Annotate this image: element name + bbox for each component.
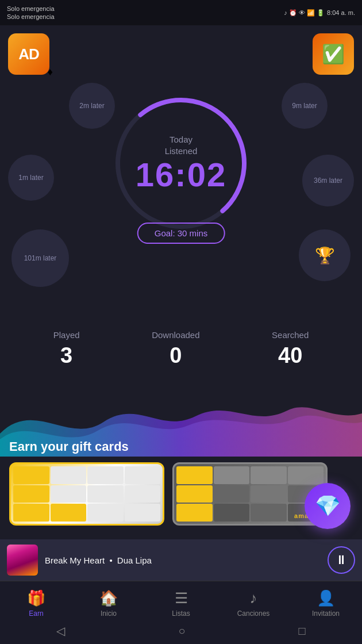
gift-card-1[interactable] <box>9 462 164 526</box>
gift-card-2[interactable]: amazon <box>172 462 328 526</box>
system-nav: ◁ ○ □ <box>0 620 362 644</box>
calendar-emoji: ✅ <box>322 43 345 65</box>
nav-invitation[interactable]: 👤 Invitation <box>290 587 362 618</box>
main-content: AD ♦ ✅ 2m later 9m later 1m later 36m la… <box>0 25 362 644</box>
nav-inicio[interactable]: 🏠 Inicio <box>72 587 145 618</box>
status-time: 8:04 a. m. <box>327 9 355 16</box>
trophy-icon: 🏆 <box>315 246 335 265</box>
invitation-icon: 👤 <box>317 589 335 607</box>
pause-button[interactable]: ⏸ <box>328 546 355 574</box>
ad-text: AD <box>18 45 39 63</box>
gift-cards-row: amazon <box>9 462 353 526</box>
status-icons-text: ♪ ⏰ 👁 📶 🔋 <box>284 9 325 17</box>
carrier-line2: Solo emergencia <box>7 13 55 21</box>
song-title: Break My Heart • Dua Lipa <box>45 555 321 565</box>
invitation-label: Invitation <box>312 610 340 618</box>
today-label: Today <box>136 134 226 145</box>
bottom-nav: 🎁 Earn 🏠 Inicio ☰ Listas ♪ Canciones 👤 I… <box>0 581 362 620</box>
nav-canciones[interactable]: ♪ Canciones <box>217 587 290 618</box>
downloaded-value: 0 <box>170 343 182 368</box>
carrier-line1: Solo emergencia <box>7 5 55 13</box>
canciones-label: Canciones <box>237 610 270 618</box>
earn-label: Earn <box>29 610 43 618</box>
diamond-icon: ♦ <box>48 66 53 78</box>
bubble-1m[interactable]: 1m later <box>8 155 54 201</box>
stat-searched: Searched 40 <box>272 330 309 368</box>
searched-value: 40 <box>278 343 302 368</box>
canciones-icon: ♪ <box>250 589 257 607</box>
inicio-icon: 🏠 <box>99 589 118 607</box>
nav-earn[interactable]: 🎁 Earn <box>0 587 72 618</box>
status-icons: ♪ ⏰ 👁 📶 🔋 8:04 a. m. <box>284 9 355 17</box>
earn-icon: 🎁 <box>27 589 45 607</box>
timer-circle: Today Listened 16:02 Goal: 30 mins <box>106 89 256 238</box>
played-label: Played <box>53 330 80 340</box>
bubble-36m[interactable]: 36m later <box>302 155 354 206</box>
earn-title: Earn your gift cards <box>9 439 353 454</box>
album-art <box>7 545 38 576</box>
played-value: 3 <box>60 343 72 368</box>
timer-section: Today Listened 16:02 Goal: 30 mins <box>101 83 261 244</box>
home-button[interactable]: ○ <box>178 624 185 638</box>
timer-display: Today Listened 16:02 <box>136 134 226 193</box>
song-info: Break My Heart • Dua Lipa <box>45 555 321 565</box>
downloaded-label: Downloaded <box>152 330 199 340</box>
album-art-image <box>7 545 38 576</box>
back-button[interactable]: ◁ <box>56 624 65 638</box>
stats-section: Played 3 Downloaded 0 Searched 40 <box>0 319 362 379</box>
recents-button[interactable]: □ <box>298 624 305 638</box>
pause-icon: ⏸ <box>335 553 348 568</box>
searched-label: Searched <box>272 330 309 340</box>
goal-badge[interactable]: Goal: 30 mins <box>137 223 225 244</box>
stat-downloaded: Downloaded 0 <box>152 330 199 368</box>
status-bar: Solo emergencia Solo emergencia ♪ ⏰ 👁 📶 … <box>0 0 362 25</box>
gem-button[interactable]: 💎 <box>305 483 351 529</box>
bubble-101m[interactable]: 101m later <box>11 229 69 287</box>
bubble-trophy[interactable]: 🏆 <box>299 229 351 281</box>
listas-icon: ☰ <box>175 589 188 607</box>
listas-label: Listas <box>172 610 190 618</box>
status-carrier: Solo emergencia Solo emergencia <box>7 5 55 21</box>
bubble-2m[interactable]: 2m later <box>69 83 115 129</box>
calendar-icon[interactable]: ✅ <box>313 33 354 75</box>
stat-played: Played 3 <box>53 330 80 368</box>
bubble-9m[interactable]: 9m later <box>282 83 328 129</box>
nav-listas[interactable]: ☰ Listas <box>145 587 217 618</box>
gem-icon: 💎 <box>315 494 341 518</box>
inicio-label: Inicio <box>101 610 117 618</box>
timer-time: 16:02 <box>136 156 226 193</box>
now-playing-bar: Break My Heart • Dua Lipa ⏸ <box>0 539 362 581</box>
listened-label: Listened <box>136 145 226 156</box>
ad-icon[interactable]: AD ♦ <box>8 33 49 75</box>
